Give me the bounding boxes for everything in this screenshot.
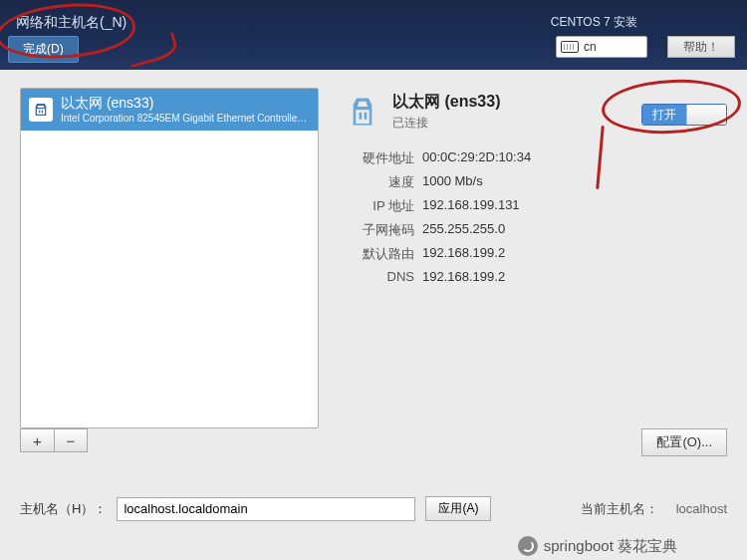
ethernet-plug-icon (343, 92, 382, 132)
detail-status: 已连接 (392, 115, 500, 132)
keyboard-layout-label: cn (584, 40, 597, 54)
page-title: 网络和主机名(_N) (16, 14, 126, 32)
interface-item-ens33[interactable]: 以太网 (ens33) Intel Corporation 82545EM Gi… (21, 89, 318, 131)
current-hostname-label: 当前主机名： (581, 501, 658, 516)
gateway-label: 默认路由 (343, 245, 414, 263)
keyboard-icon (561, 41, 579, 53)
gateway-value: 192.168.199.2 (422, 245, 505, 263)
speed-label: 速度 (343, 173, 414, 191)
hwaddr-value: 00:0C:29:2D:10:34 (422, 149, 531, 167)
detail-header: 以太网 (ens33) 已连接 (343, 92, 622, 132)
watermark: springboot 葵花宝典 (518, 536, 677, 556)
keyboard-indicator[interactable]: cn (556, 36, 647, 58)
watermark-text: springboot 葵花宝典 (544, 537, 677, 556)
speed-value: 1000 Mb/s (422, 173, 483, 191)
current-hostname: 当前主机名： localhost (581, 500, 727, 518)
add-interface-button[interactable]: + (20, 428, 54, 452)
current-hostname-value: localhost (676, 501, 727, 516)
remove-interface-button[interactable]: − (54, 428, 88, 452)
help-button[interactable]: 帮助！ (667, 36, 735, 58)
interface-vendor: Intel Corporation 82545EM Gigabit Ethern… (61, 113, 310, 126)
done-button[interactable]: 完成(D) (8, 36, 79, 63)
hostname-label: 主机名（H）： (20, 500, 107, 518)
ethernet-plug-icon (29, 98, 53, 122)
interface-list[interactable]: 以太网 (ens33) Intel Corporation 82545EM Gi… (20, 88, 319, 428)
mask-label: 子网掩码 (343, 221, 414, 239)
dns-value: 192.168.199.2 (422, 269, 505, 284)
apply-hostname-button[interactable]: 应用(A) (425, 496, 491, 521)
wechat-icon (518, 536, 538, 556)
ip-value: 192.168.199.131 (422, 197, 520, 215)
interface-name: 以太网 (ens33) (61, 95, 310, 113)
installer-title: CENTOS 7 安装 (551, 14, 637, 31)
hostname-input[interactable] (117, 497, 415, 521)
ip-label: IP 地址 (343, 197, 414, 215)
detail-interface-name: 以太网 (ens33) (392, 92, 500, 113)
configure-button[interactable]: 配置(O)... (641, 428, 727, 456)
dns-label: DNS (343, 269, 414, 284)
toggle-on-label: 打开 (642, 105, 686, 125)
toggle-handle (686, 105, 726, 125)
mask-value: 255.255.255.0 (422, 221, 505, 239)
connection-toggle[interactable]: 打开 (641, 104, 727, 126)
hwaddr-label: 硬件地址 (343, 149, 414, 167)
